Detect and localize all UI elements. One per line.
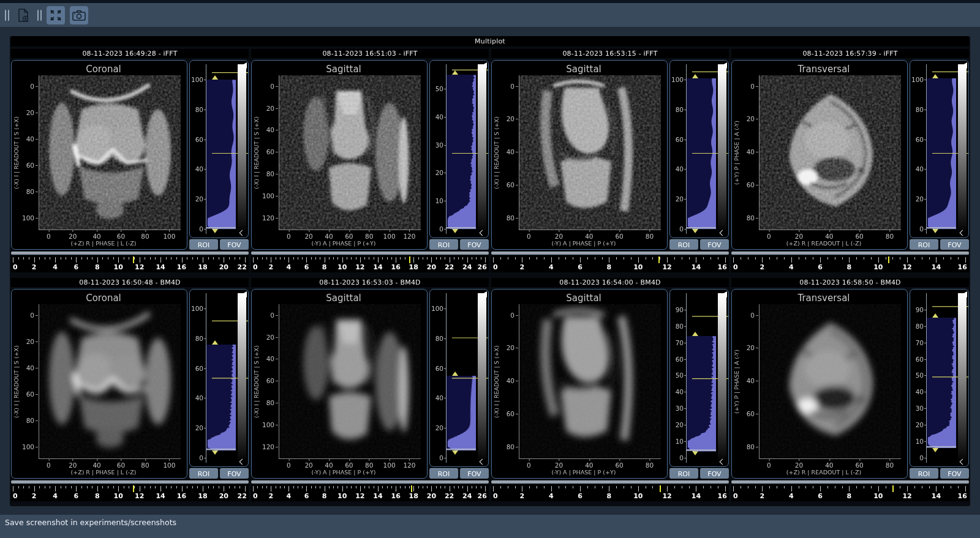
colorbar[interactable] (958, 64, 967, 234)
slider-tick-label: 22 (445, 492, 454, 500)
slice-position-marker[interactable] (133, 485, 134, 492)
mri-image[interactable] (759, 304, 901, 459)
x-tick-label: 60 (615, 233, 623, 240)
toolbar-drag-handle-2[interactable] (37, 10, 42, 21)
x-tick-label: 80 (365, 461, 373, 469)
pan-scrollbar[interactable] (491, 252, 729, 255)
slice-slider[interactable]: 0246810121416182022 (11, 485, 249, 501)
mri-image[interactable] (39, 304, 181, 459)
colorbar[interactable] (718, 293, 726, 463)
mri-plot[interactable]: Transversal (+Y) P | PHASE | A (-Y) 0204… (731, 289, 908, 479)
fov-button[interactable]: FOV (460, 239, 489, 250)
fov-button[interactable]: FOV (220, 239, 249, 250)
slider-tick-label: 12 (355, 263, 364, 271)
camera-icon[interactable] (70, 6, 88, 24)
mri-image[interactable] (519, 304, 661, 459)
colorbar[interactable] (238, 293, 246, 463)
colorbar-top-marker-icon[interactable] (241, 291, 247, 297)
roi-button[interactable]: ROI (669, 239, 698, 250)
pan-scrollbar[interactable] (251, 480, 489, 484)
toolbar-drag-handle[interactable] (5, 10, 9, 21)
slice-slider[interactable]: 0246810121416 (731, 485, 969, 501)
histogram-panel[interactable]: 020406080100 (189, 289, 249, 467)
mri-image[interactable] (759, 75, 901, 230)
mri-plot[interactable]: Sagittal (-X) I | READOUT | S (+X) 02040… (251, 289, 428, 479)
histogram-area[interactable] (206, 64, 236, 234)
colorbar[interactable] (238, 64, 246, 234)
roi-button[interactable]: ROI (910, 239, 938, 250)
slice-position-marker[interactable] (133, 256, 134, 263)
colorbar-top-marker-icon[interactable] (962, 62, 967, 69)
pan-scrollbar[interactable] (491, 480, 729, 484)
colorbar[interactable] (958, 293, 967, 463)
histogram-panel[interactable]: 020406080100 (189, 60, 249, 238)
slice-slider[interactable]: 0246810121416 (491, 485, 729, 501)
colorbar-top-marker-icon[interactable] (481, 62, 487, 69)
pan-scrollbar[interactable] (731, 480, 969, 484)
mri-image[interactable] (39, 75, 181, 230)
slider-tick-label: 16 (391, 492, 400, 500)
roi-button[interactable]: ROI (189, 239, 218, 250)
colorbar[interactable] (478, 293, 486, 463)
fov-button[interactable]: FOV (460, 468, 489, 479)
histogram-panel[interactable]: 01020304050 (429, 60, 489, 238)
mri-plot[interactable]: Coronal (-X) I | READOUT | S (+X) 020406… (11, 60, 187, 250)
slice-slider[interactable]: 0246810121416182022 (11, 256, 249, 272)
histogram-panel[interactable]: 0102030405060708090 (910, 289, 969, 467)
mri-image[interactable] (519, 75, 661, 230)
histogram-panel[interactable]: 020406080100 (669, 60, 729, 238)
histogram-area[interactable] (927, 64, 956, 234)
fov-button[interactable]: FOV (700, 468, 729, 479)
pan-scrollbar[interactable] (251, 252, 489, 255)
pan-scrollbar[interactable] (11, 480, 249, 484)
slice-position-marker[interactable] (892, 485, 894, 492)
roi-button[interactable]: ROI (429, 239, 458, 250)
histogram-area[interactable] (206, 293, 236, 463)
slice-slider[interactable]: 0246810121416 (491, 256, 729, 272)
histogram-area[interactable] (447, 293, 476, 463)
pan-scrollbar[interactable] (731, 252, 969, 255)
mri-plot[interactable]: Sagittal (-X) I | READOUT | S (+X) 02040… (491, 289, 668, 479)
slice-position-marker[interactable] (658, 256, 660, 263)
colorbar-top-marker-icon[interactable] (722, 291, 727, 297)
colorbar[interactable] (478, 64, 486, 234)
histogram-area[interactable] (447, 64, 476, 234)
mri-plot[interactable]: Sagittal (-X) I | READOUT | S (+X) 02040… (251, 60, 428, 250)
histogram-area[interactable] (687, 64, 716, 234)
slice-position-marker[interactable] (411, 485, 412, 492)
fov-button[interactable]: FOV (220, 468, 249, 479)
mri-image[interactable] (279, 304, 421, 459)
slice-position-marker[interactable] (409, 256, 410, 263)
colorbar[interactable] (718, 64, 726, 234)
document-add-icon[interactable] (14, 6, 32, 24)
histogram-area[interactable] (687, 293, 716, 463)
histogram-panel[interactable]: 020406080100 (429, 289, 489, 467)
histogram-area[interactable] (927, 293, 956, 463)
slice-slider[interactable]: 02468101214161820222426 (251, 485, 489, 501)
slice-slider[interactable]: 02468101214161820222426 (251, 256, 489, 272)
pan-scrollbar[interactable] (11, 252, 249, 255)
fov-button[interactable]: FOV (940, 468, 969, 479)
mri-plot[interactable]: Transversal (+Y) P | PHASE | A (-Y) 0204… (731, 60, 908, 250)
roi-button[interactable]: ROI (669, 468, 698, 479)
colorbar-top-marker-icon[interactable] (481, 291, 487, 297)
roi-button[interactable]: ROI (189, 468, 218, 479)
mri-plot[interactable]: Sagittal (-X) I | READOUT | S (+X) 02040… (491, 60, 668, 250)
histogram-panel[interactable]: 020406080100 (910, 60, 969, 238)
slice-position-marker[interactable] (888, 256, 889, 263)
fov-button[interactable]: FOV (940, 239, 969, 250)
colorbar-top-marker-icon[interactable] (241, 62, 247, 69)
slice-position-marker[interactable] (660, 485, 661, 492)
roi-button[interactable]: ROI (429, 468, 458, 479)
colorbar-top-marker-icon[interactable] (722, 62, 727, 69)
histogram-panel[interactable]: 0102030405060708090 (669, 289, 729, 467)
mri-image[interactable] (279, 75, 421, 230)
fov-button[interactable]: FOV (700, 239, 729, 250)
slider-tick-label: 0 (493, 263, 498, 271)
mri-plot[interactable]: Coronal (-X) I | READOUT | S (+X) 020406… (11, 289, 187, 479)
slider-tick-label: 22 (238, 263, 247, 271)
roi-button[interactable]: ROI (910, 468, 938, 479)
fullscreen-icon[interactable] (47, 6, 65, 24)
slice-slider[interactable]: 0246810121416 (731, 256, 969, 272)
colorbar-top-marker-icon[interactable] (962, 291, 967, 297)
